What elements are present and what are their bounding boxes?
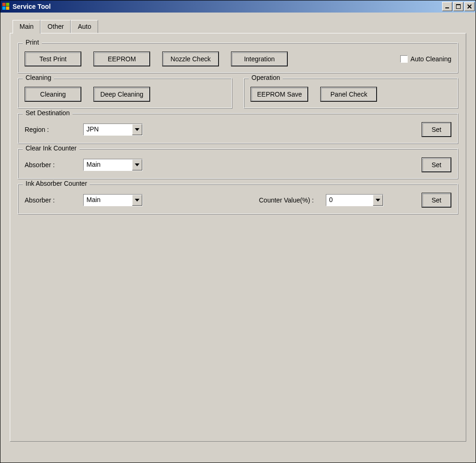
clear-ink-absorber-value: Main — [84, 159, 132, 170]
auto-cleaning-label: Auto Cleaning — [410, 55, 451, 63]
chevron-down-icon — [132, 159, 142, 170]
close-button[interactable] — [464, 2, 475, 11]
clear-ink-absorber-label: Absorber : — [25, 161, 71, 169]
tab-page-main: Print Test Print EEPROM Nozzle Check Int… — [10, 33, 466, 442]
clear-ink-set-button[interactable]: Set — [422, 158, 451, 172]
svg-marker-7 — [135, 199, 139, 202]
svg-marker-5 — [135, 128, 139, 131]
window-title: Service Tool — [13, 3, 441, 10]
svg-marker-6 — [135, 163, 139, 166]
region-combobox[interactable]: JPN — [83, 124, 143, 136]
counter-value: 0 — [326, 195, 373, 206]
tab-strip: Main Other Auto — [13, 20, 466, 33]
chevron-down-icon — [132, 195, 142, 206]
group-cleaning: Cleaning Cleaning Deep Cleaning — [18, 78, 232, 109]
region-label: Region : — [25, 126, 71, 133]
window-frame: Service Tool printkita.com Main Other Au… — [0, 0, 476, 463]
deep-cleaning-button[interactable]: Deep Cleaning — [94, 87, 150, 101]
test-print-button[interactable]: Test Print — [25, 52, 81, 66]
app-icon — [2, 3, 10, 10]
group-operation-legend: Operation — [249, 74, 283, 81]
counter-value-label: Counter Value(%) : — [259, 196, 314, 204]
group-operation: Operation EEPROM Save Panel Check — [244, 78, 458, 109]
nozzle-check-button[interactable]: Nozzle Check — [163, 52, 218, 66]
tab-main[interactable]: Main — [13, 20, 40, 33]
counter-value-combobox[interactable]: 0 — [326, 194, 383, 206]
group-cleaning-legend: Cleaning — [23, 74, 54, 81]
svg-rect-0 — [445, 7, 449, 8]
ink-absorber-value: Main — [84, 195, 132, 206]
ink-absorber-combobox[interactable]: Main — [83, 194, 143, 206]
client-area: printkita.com Main Other Auto Print Test… — [0, 13, 476, 463]
group-set-destination: Set Destination Region : JPN Set — [18, 113, 458, 144]
eeprom-save-button[interactable]: EEPROM Save — [251, 87, 308, 101]
region-value: JPN — [84, 124, 132, 135]
group-clear-ink-legend: Clear Ink Counter — [23, 144, 79, 152]
group-print-legend: Print — [23, 39, 42, 46]
group-ink-absorber: Ink Absorber Counter Absorber : Main Cou… — [18, 184, 458, 215]
group-print: Print Test Print EEPROM Nozzle Check Int… — [18, 43, 458, 73]
tab-control: Main Other Auto Print Test Print EEPROM … — [10, 20, 466, 442]
cleaning-button[interactable]: Cleaning — [25, 87, 81, 101]
chevron-down-icon — [132, 124, 142, 135]
integration-button[interactable]: Integration — [231, 52, 287, 66]
group-clear-ink: Clear Ink Counter Absorber : Main Set — [18, 149, 458, 179]
tab-other[interactable]: Other — [40, 20, 71, 33]
tab-auto[interactable]: Auto — [71, 20, 98, 33]
set-destination-set-button[interactable]: Set — [422, 123, 451, 137]
minimize-button[interactable] — [442, 2, 452, 11]
chevron-down-icon — [373, 195, 383, 206]
maximize-button[interactable] — [453, 2, 463, 11]
group-set-destination-legend: Set Destination — [23, 109, 73, 117]
ink-absorber-label: Absorber : — [25, 196, 71, 204]
panel-check-button[interactable]: Panel Check — [321, 87, 377, 101]
group-ink-absorber-legend: Ink Absorber Counter — [23, 180, 90, 187]
auto-cleaning-checkbox[interactable] — [400, 55, 408, 63]
ink-absorber-set-button[interactable]: Set — [422, 193, 451, 207]
eeprom-button[interactable]: EEPROM — [94, 52, 150, 66]
clear-ink-absorber-combobox[interactable]: Main — [83, 159, 143, 171]
svg-marker-8 — [376, 199, 380, 202]
svg-rect-2 — [456, 4, 461, 5]
titlebar: Service Tool — [0, 0, 476, 13]
